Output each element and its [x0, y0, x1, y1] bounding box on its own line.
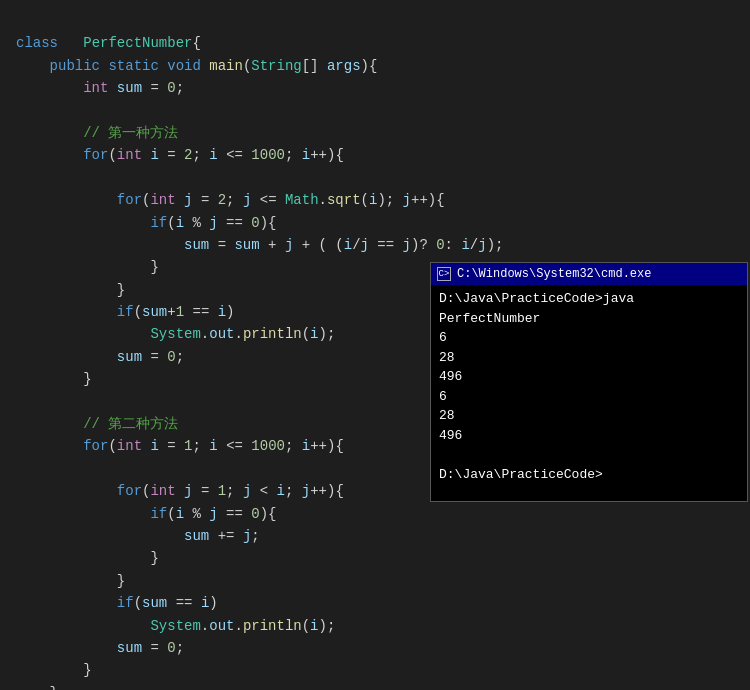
- cmd-title: C:\Windows\System32\cmd.exe: [457, 267, 651, 281]
- num-1000-2: 1000: [251, 438, 285, 454]
- type-string: String: [251, 58, 301, 74]
- var-out-1: out: [209, 326, 234, 342]
- cmd-line-3: 28: [439, 348, 739, 368]
- keyword-int-5: int: [150, 483, 175, 499]
- cmd-line-4: 496: [439, 367, 739, 387]
- method-println-1: println: [243, 326, 302, 342]
- keyword-for-1: for: [83, 147, 108, 163]
- var-sum-1: sum: [117, 80, 142, 96]
- keyword-static: static: [108, 58, 158, 74]
- var-j-1: j: [184, 192, 192, 208]
- method-main: main: [209, 58, 243, 74]
- cmd-line-2: 6: [439, 328, 739, 348]
- var-j-2: j: [184, 483, 192, 499]
- cmd-titlebar: C> C:\Windows\System32\cmd.exe: [431, 263, 747, 285]
- keyword-if-4: if: [117, 595, 134, 611]
- num-2-1: 2: [184, 147, 192, 163]
- arg-args: args: [327, 58, 361, 74]
- num-2-2: 2: [218, 192, 226, 208]
- var-out-2: out: [209, 618, 234, 634]
- var-i-2: i: [150, 438, 158, 454]
- keyword-public: public: [50, 58, 100, 74]
- class-name: PerfectNumber: [83, 35, 192, 51]
- keyword-int-4: int: [117, 438, 142, 454]
- keyword-if-3: if: [150, 506, 167, 522]
- keyword-for-2: for: [117, 192, 142, 208]
- type-system-2: System: [150, 618, 200, 634]
- num-0-1: 0: [167, 80, 175, 96]
- var-sum-2: sum: [184, 237, 209, 253]
- cmd-line-6: 28: [439, 406, 739, 426]
- type-system-1: System: [150, 326, 200, 342]
- keyword-void: void: [167, 58, 201, 74]
- cmd-line-7: 496: [439, 426, 739, 446]
- keyword-for-3: for: [83, 438, 108, 454]
- comment-2: // 第二种方法: [83, 416, 178, 432]
- num-1-2: 1: [218, 483, 226, 499]
- cmd-line-8: [439, 445, 739, 465]
- keyword-for-4: for: [117, 483, 142, 499]
- cmd-line-1: D:\Java\PracticeCode>java PerfectNumber: [439, 289, 739, 328]
- keyword-class: class: [16, 35, 58, 51]
- cmd-line-5: 6: [439, 387, 739, 407]
- comment-1: // 第一种方法: [83, 125, 178, 141]
- keyword-int-2: int: [117, 147, 142, 163]
- cmd-line-9: D:\Java\PracticeCode>: [439, 465, 739, 485]
- var-i-1: i: [150, 147, 158, 163]
- cmd-body: D:\Java\PracticeCode>java PerfectNumber …: [431, 285, 747, 488]
- var-sum-3: sum: [184, 528, 209, 544]
- num-1000-1: 1000: [251, 147, 285, 163]
- keyword-if-1: if: [150, 215, 167, 231]
- type-math: Math: [285, 192, 319, 208]
- cmd-icon: C>: [437, 267, 451, 281]
- keyword-int-1: int: [83, 80, 108, 96]
- num-1-1: 1: [184, 438, 192, 454]
- method-println-2: println: [243, 618, 302, 634]
- method-sqrt: sqrt: [327, 192, 361, 208]
- cmd-window: C> C:\Windows\System32\cmd.exe D:\Java\P…: [430, 262, 748, 502]
- keyword-int-3: int: [150, 192, 175, 208]
- keyword-if-2: if: [117, 304, 134, 320]
